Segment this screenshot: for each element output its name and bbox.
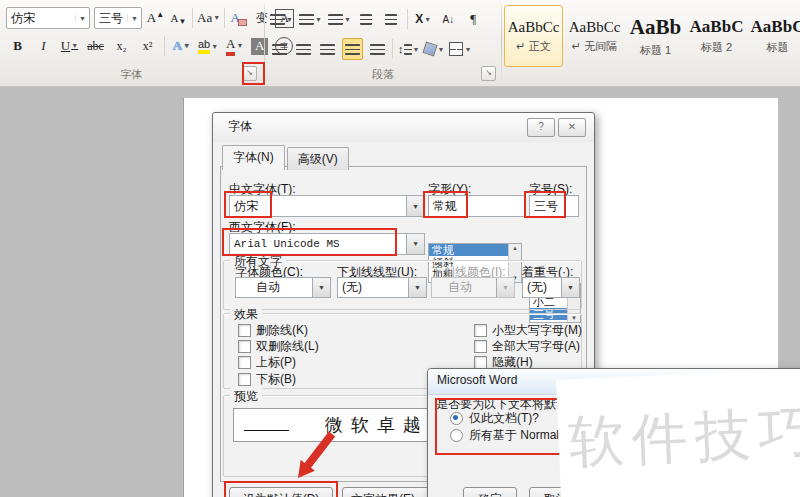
bullets-button[interactable]: ▼ — [270, 9, 293, 29]
chevron-down-icon[interactable]: ▼ — [127, 15, 141, 22]
emphasis-combo[interactable]: (无) ▼ — [522, 277, 580, 298]
font-style-input[interactable]: 常规 — [428, 195, 526, 217]
superscript-button[interactable]: x² — [138, 36, 157, 56]
checkbox-icon[interactable] — [238, 324, 251, 337]
tab-font[interactable]: 字体(N) — [222, 145, 285, 170]
checkbox-icon[interactable] — [238, 373, 251, 386]
grow-font-icon: A — [147, 10, 156, 26]
align-center-icon — [296, 44, 311, 55]
set-default-button[interactable]: 设为默认值(D) — [229, 487, 333, 497]
font-name-value: 仿宋 — [11, 10, 35, 27]
shrink-font-button[interactable]: A▼ — [169, 8, 188, 28]
grow-font-button[interactable]: A▲ — [146, 8, 165, 28]
subscript-button[interactable]: x₂ — [112, 36, 131, 56]
style-sample: AaBbC — [690, 17, 744, 37]
font-size-value: 三号 — [99, 10, 123, 27]
underline-icon: U — [61, 38, 70, 54]
western-font-combo[interactable]: Arial Unicode MS ▼ — [229, 233, 425, 255]
checkbox-double-strikethrough[interactable]: 双删除线(L) — [238, 338, 319, 355]
highlight-color-button[interactable]: ab▼ — [198, 36, 218, 56]
style-card-no-spacing[interactable]: AaBbCc ↵ 无间隔 — [565, 5, 624, 67]
radio-selected-icon[interactable] — [450, 412, 463, 425]
line-spacing-button[interactable]: ↕▼ — [398, 39, 419, 59]
ribbon-styles-group: AaBbCc ↵ 正文 AaBbCc ↵ 无间隔 AaBb 标题 1 AaBbC… — [504, 0, 800, 85]
paragraph-dialog-launcher[interactable]: ↘ — [481, 66, 496, 81]
radio-this-document[interactable]: 仅此文档(T)? — [450, 410, 539, 427]
shading-button[interactable]: ▼ — [424, 39, 444, 59]
font-name-combo[interactable]: 仿宋 ▼ — [6, 7, 90, 29]
text-effects-button[interactable]: A▼ — [172, 36, 191, 56]
style-card-heading1[interactable]: AaBb 标题 1 — [626, 5, 685, 67]
checkbox-icon[interactable] — [474, 340, 487, 353]
close-icon: ✕ — [568, 121, 576, 132]
font-size-input[interactable]: 三号 — [529, 195, 579, 217]
checkbox-subscript[interactable]: 下标(B) — [238, 371, 296, 388]
font-color-icon: A — [226, 36, 235, 56]
style-card-title[interactable]: AaBbC 标题 — [748, 5, 800, 67]
borders-button[interactable]: ▼ — [449, 39, 471, 59]
checkbox-icon[interactable] — [238, 340, 251, 353]
multilevel-list-button[interactable]: ▼ — [328, 9, 351, 29]
checkbox-superscript[interactable]: 上标(P) — [238, 354, 296, 371]
style-card-normal[interactable]: AaBbCc ↵ 正文 — [504, 5, 563, 67]
increase-indent-button[interactable] — [382, 9, 401, 29]
clear-formatting-button[interactable]: A — [229, 8, 248, 28]
justify-button[interactable] — [342, 38, 363, 60]
chinese-font-value: 仿宋 — [234, 198, 258, 215]
chevron-down-icon[interactable]: ▼ — [406, 196, 424, 216]
change-case-button[interactable]: Aa▼ — [197, 8, 220, 28]
checkbox-icon[interactable] — [474, 324, 487, 337]
checkbox-icon[interactable] — [238, 356, 251, 369]
chevron-down-icon[interactable]: ▼ — [561, 278, 579, 297]
divider — [407, 9, 408, 29]
word-app-window: { "ribbon": { "font_group": { "label": "… — [0, 0, 800, 497]
ok-button[interactable]: 确定 — [463, 487, 517, 497]
bold-button[interactable]: B — [8, 36, 27, 56]
tab-advanced[interactable]: 高级(V) — [287, 147, 349, 170]
group-separator — [264, 4, 265, 80]
style-sample: AaBbCc — [569, 19, 621, 36]
style-card-heading2[interactable]: AaBbC 标题 2 — [687, 5, 746, 67]
font-dialog-launcher[interactable]: ↘ — [242, 66, 257, 81]
asian-layout-icon: X — [415, 12, 423, 26]
underline-style-combo[interactable]: (无) ▼ — [337, 277, 427, 298]
style-label: ↵ 无间隔 — [572, 39, 617, 54]
text-effects-button-dialog[interactable]: 文字效果(E)... — [342, 487, 434, 497]
watermark-text: 软件技巧 — [556, 368, 800, 482]
text-effects-label: 文字效果(E)... — [351, 491, 425, 497]
style-label: 标题 2 — [701, 40, 732, 55]
divider — [224, 8, 225, 28]
sort-button[interactable]: A↓ — [439, 9, 458, 29]
scroll-up-icon[interactable]: ▲ — [512, 245, 518, 251]
pilcrow-icon: ¶ — [470, 11, 476, 27]
checkbox-label: 全部大写字母(A) — [492, 338, 580, 355]
chevron-down-icon[interactable]: ▼ — [75, 15, 89, 22]
italic-button[interactable]: I — [34, 36, 53, 56]
asian-layout-button[interactable]: X▼ — [414, 9, 433, 29]
font-size-combo[interactable]: 三号 ▼ — [94, 7, 142, 29]
checkbox-strikethrough[interactable]: 删除线(K) — [238, 322, 308, 339]
distribute-button[interactable] — [368, 39, 387, 59]
font-color-button[interactable]: A▼ — [225, 36, 244, 56]
close-button[interactable]: ✕ — [558, 118, 586, 137]
checkbox-all-caps[interactable]: 全部大写字母(A) — [474, 338, 580, 355]
chevron-down-icon[interactable]: ▼ — [406, 234, 424, 254]
align-center-button[interactable] — [294, 39, 313, 59]
help-button[interactable]: ? — [527, 118, 555, 137]
align-left-button[interactable] — [270, 39, 289, 59]
strikethrough-button[interactable]: abc — [86, 36, 105, 56]
help-icon: ? — [538, 121, 544, 132]
chinese-font-combo[interactable]: 仿宋 ▼ — [229, 195, 425, 217]
numbering-button[interactable]: ▼ — [299, 9, 322, 29]
checkbox-label: 下标(B) — [256, 371, 296, 388]
font-color-combo[interactable]: 自动 ▼ — [235, 277, 331, 298]
show-marks-button[interactable]: ¶ — [464, 9, 483, 29]
shading-icon — [423, 41, 438, 56]
chevron-down-icon[interactable]: ▼ — [408, 278, 426, 297]
decrease-indent-button[interactable] — [357, 9, 376, 29]
underline-button[interactable]: U▼ — [60, 36, 79, 56]
align-right-button[interactable] — [318, 39, 337, 59]
checkbox-small-caps[interactable]: 小型大写字母(M) — [474, 322, 582, 339]
chevron-down-icon[interactable]: ▼ — [312, 278, 330, 297]
radio-icon[interactable] — [450, 429, 463, 442]
